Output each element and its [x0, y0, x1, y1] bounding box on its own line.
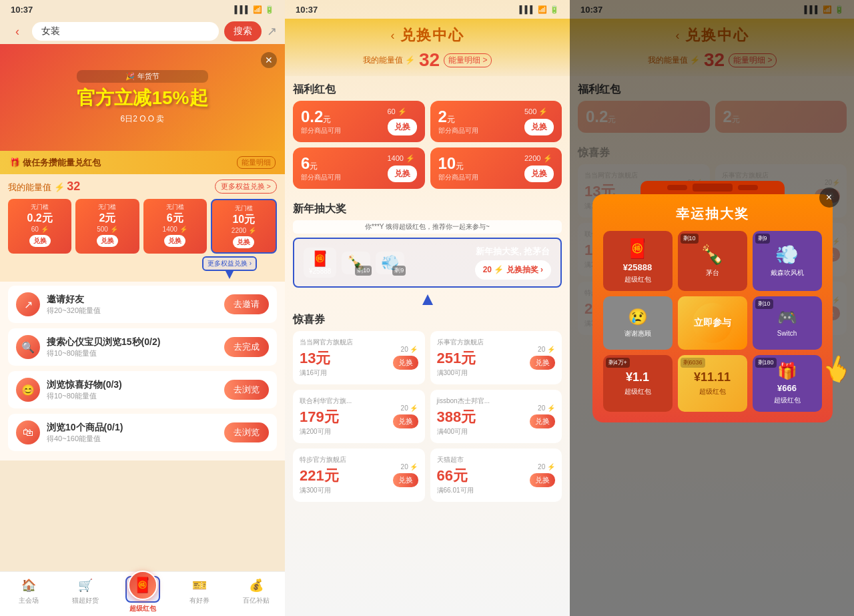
- arrow-down: [226, 271, 234, 279]
- dyson-prize-icon: 💨: [775, 244, 799, 266]
- nav-label-red: 超级红包: [129, 604, 156, 613]
- handle-left: [667, 185, 687, 190]
- prize-hongbao: 🧧 ¥25888: [304, 248, 336, 278]
- task-search: 🔍 搜索心仪宝贝浏览15秒(0/2) 得10~80能量值 去完成: [8, 328, 277, 366]
- nav-label-subsidy: 百亿补贴: [243, 596, 270, 605]
- prize-cell-participate[interactable]: 立即参与: [678, 296, 747, 350]
- task-info-invite: 邀请好友 得20~320能量值: [47, 294, 218, 316]
- more-exchange-btn[interactable]: 更多权益兑换 >: [215, 180, 277, 194]
- switch-icon: 🎮: [777, 308, 797, 327]
- energy-detail-2[interactable]: 能量明细 >: [444, 53, 492, 67]
- welfare-btn-10[interactable]: 兑换: [524, 166, 554, 182]
- sc-btn-tmall[interactable]: 兑换: [530, 473, 555, 487]
- sc-btn-lays[interactable]: 兑换: [530, 356, 555, 370]
- sc-btn-dangdang[interactable]: 兑换: [393, 356, 418, 370]
- welfare-btn-0-2[interactable]: 兑换: [388, 119, 417, 135]
- banner-sale-day: 6日2 O.O 卖: [77, 113, 207, 125]
- nav-active-bg: 🧧: [128, 571, 157, 600]
- prize-cell-1-1: 剩4万+ ¥1.1 超级红包: [603, 355, 673, 412]
- welfare-btn-6[interactable]: 兑换: [388, 166, 417, 182]
- nav-icon-subsidy: 💰: [247, 576, 266, 595]
- task-icon-search: 🔍: [16, 335, 40, 359]
- search-button-1[interactable]: 搜索: [224, 21, 262, 41]
- wifi-icon-2: 📶: [538, 5, 547, 14]
- nav-main-hall[interactable]: 🏠 主会场: [0, 576, 57, 613]
- exchange-btn-2[interactable]: 兑换: [97, 235, 118, 247]
- welfare-btn-2[interactable]: 兑换: [524, 119, 554, 135]
- browse-btn-2[interactable]: 去浏览: [224, 422, 269, 442]
- nav-icon-main: 🏠: [19, 576, 38, 595]
- prize-cell-hongbao: 🧧 ¥25888 超级红包: [603, 231, 673, 291]
- coupon-10: 无门槛 10元 2200 ⚡ 兑换: [211, 199, 277, 254]
- hongbao-icon: 🧧: [309, 250, 331, 268]
- welfare-card-2: 2元 部分商品可用 500 ⚡ 兑换: [430, 101, 562, 142]
- nav-cat-goods[interactable]: 🛒 猫超好货: [57, 576, 113, 613]
- close-modal-btn[interactable]: ×: [819, 188, 839, 208]
- back-button-1[interactable]: ‹: [8, 22, 27, 41]
- thanks-icon: 😢: [628, 308, 648, 326]
- energy-detail-btn-1[interactable]: 能量明细: [237, 156, 276, 169]
- status-bar-2: 10:37 ▌▌▌ 📶 🔋: [285, 0, 570, 19]
- exchange-btn-0-2[interactable]: 兑换: [29, 235, 51, 247]
- task-info-browse-10: 浏览10个商品(0/1) 得40~160能量值: [47, 422, 218, 444]
- search-input-1[interactable]: [32, 22, 219, 41]
- task-invite: ↗ 邀请好友 得20~320能量值 去邀请: [8, 286, 277, 323]
- remain-11-11: 剩6036: [681, 358, 705, 368]
- invite-btn[interactable]: 去邀请: [224, 294, 269, 314]
- surprise-card-dangdang: 当当网官方旗舰店 13元 满16可用 20 ⚡ 兑换: [293, 331, 425, 384]
- lucky-title-2: 新年抽大奖: [293, 196, 562, 220]
- nav-super-red[interactable]: 🧧 超级红包: [114, 576, 171, 613]
- p2-title-row: ‹ 兑换中心: [285, 24, 570, 47]
- remain-1-1: 剩4万+: [606, 358, 630, 368]
- exchange-btn-10[interactable]: 兑换: [233, 236, 254, 248]
- nav-subsidy[interactable]: 💰 百亿补贴: [228, 576, 285, 613]
- status-icons-2: ▌▌▌ 📶 🔋: [520, 5, 559, 14]
- switch-remain: 剩10: [755, 299, 773, 309]
- sc-btn-xtep[interactable]: 兑换: [393, 473, 418, 487]
- lucky-prizes-2: 🧧 ¥25888 🍾 剩10 💨 剩9: [304, 248, 404, 278]
- panel-3: 10:37 ▌▌▌ 📶 🔋 ‹ 兑换中心 我的能量值 ⚡ 32 能量明细 > 福…: [570, 0, 854, 616]
- blue-annotation: 更多权益兑换 ›: [202, 256, 257, 279]
- nav-icon-coupon: 🎫: [190, 576, 209, 595]
- time-2: 10:37: [296, 5, 318, 15]
- modal-container: 幸运抽大奖 🧧 ¥25888 超级红包 剩10 🍾 茅台 剩9: [592, 194, 833, 422]
- lucky-btn-2[interactable]: 20 ⚡ 兑换抽奖 ›: [475, 260, 551, 280]
- welfare-card-10: 10元 部分商品可用 2200 ⚡ 兑换: [430, 147, 562, 189]
- annotation-wrapper: 更多权益兑换 ›: [8, 256, 277, 276]
- task-browse-10: 🛍 浏览10个商品(0/1) 得40~160能量值 去浏览: [8, 414, 277, 451]
- coupon-6: 无门槛 6元 1400 ⚡ 兑换: [143, 199, 207, 254]
- sc-btn-jissbon[interactable]: 兑换: [530, 414, 555, 428]
- exchange-btn-6[interactable]: 兑换: [164, 235, 185, 247]
- lucky-banner-2[interactable]: 🧧 ¥25888 🍾 剩10 💨 剩9 新年抽大奖, 抢茅台 20 ⚡ 兑换抽奖…: [293, 238, 562, 288]
- search-task-btn[interactable]: 去完成: [224, 337, 269, 357]
- back-btn-2[interactable]: ‹: [391, 29, 395, 43]
- prize-grid: 🧧 ¥25888 超级红包 剩10 🍾 茅台 剩9 💨 戴森吹风机: [603, 231, 822, 412]
- prize-cell-thanks: 😢 谢谢惠顾: [603, 296, 673, 350]
- hongbao-prize-icon: 🧧: [626, 238, 649, 260]
- exchange-title-2: 兑换中心: [400, 25, 464, 45]
- panel2-header: ‹ 兑换中心 我的能量值 ⚡ 32 能量明细 >: [285, 19, 570, 76]
- dyson-remain-modal: 剩9: [755, 234, 770, 244]
- nav-coupons[interactable]: 🎫 有好券: [171, 576, 228, 613]
- close-banner-btn[interactable]: ✕: [261, 52, 277, 68]
- gift-icon-666: 🎁: [777, 362, 797, 380]
- arrow-up-2: [422, 294, 433, 305]
- coupon-0-2: 无门槛 0.2元 60 ⚡ 兑换: [8, 199, 71, 254]
- share-icon-1[interactable]: ↗: [267, 24, 277, 39]
- prize-maotai: 🍾 剩10: [342, 252, 370, 274]
- participate-btn[interactable]: 立即参与: [693, 303, 733, 343]
- coupon-2: 无门槛 2元 500 ⚡ 兑换: [75, 199, 139, 254]
- surprise-card-jissbon: jissbon杰士邦官... 388元 满400可用 20 ⚡ 兑换: [430, 390, 562, 443]
- wifi-icon: 📶: [253, 5, 262, 14]
- bottom-nav-1: 🏠 主会场 🛒 猫超好货 🧧 超级红包 🎫 有好券 💰 百亿补贴: [0, 571, 285, 616]
- task-icon-browse-10: 🛍: [16, 420, 40, 444]
- nian-label: 🎉 年货节: [77, 70, 207, 83]
- surprise-card-lays: 乐事官方旗舰店 251元 满300可用 20 ⚡ 兑换: [430, 331, 562, 384]
- prize-dyson: 💨 剩9: [376, 252, 404, 274]
- surprise-title-2: 惊喜券: [293, 306, 562, 331]
- task-energy-left: 🎁 做任务攒能量兑红包: [9, 157, 101, 169]
- modal-handle: [640, 181, 785, 194]
- sc-btn-unilever[interactable]: 兑换: [393, 414, 418, 428]
- surprise-card-xtep: 特步官方旗舰店 221元 满300可用 20 ⚡ 兑换: [293, 448, 425, 502]
- browse-btn-1[interactable]: 去浏览: [224, 380, 269, 400]
